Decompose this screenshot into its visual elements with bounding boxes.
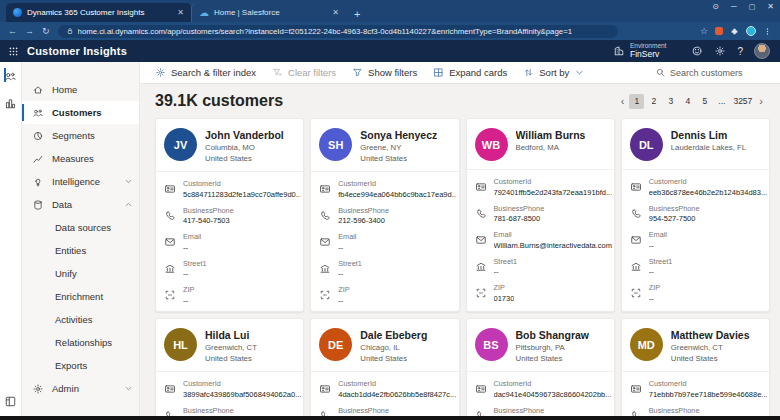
browser-url-row: ← → ↻ home.ci.ai.dynamics.com/app/custom… [0,22,780,40]
search-filter-index-button[interactable]: Search & filter index [155,67,256,78]
customer-card-sonya-henyecz[interactable]: SHSonya HenyeczGreene, NYUnited StatesCu… [310,118,459,312]
sidebar-item-label: Enrichment [55,291,133,302]
card-field-customerid: CustomerId5c884711283d2fe1a9cc70affe9d0.… [164,179,295,199]
extension-icon[interactable] [715,27,723,35]
address-bar[interactable]: home.ci.ai.dynamics.com/app/customers/se… [58,25,618,38]
field-label: BusinessPhone [494,406,545,415]
search-customers-box[interactable] [655,67,770,78]
minimize-button[interactable]: ─ [731,2,737,11]
close-window-button[interactable]: ✕ [767,2,774,11]
rail-engagement-insights-icon[interactable] [4,97,17,110]
avatar: SH [319,128,352,161]
page-5-button[interactable]: 5 [697,94,712,109]
maximize-button[interactable]: ▢ [749,3,756,11]
profile-dot-icon[interactable]: ⊙ [712,2,719,11]
sidebar-item-label: Intelligence [52,176,116,187]
avatar: JV [164,128,197,161]
salesforce-cloud-icon: ☁ [199,8,209,17]
screen-bottom-edge [0,416,780,420]
command-bar: Search & filter indexClear filtersShow f… [140,62,780,84]
sidebar-item-entities[interactable]: Entities [22,239,139,262]
clearfilter-icon [272,67,283,78]
customer-card-bob-shangraw[interactable]: BSBob ShangrawPittsburgh, PAUnited State… [466,318,615,420]
building-icon [630,261,642,273]
browser-tab-dynamics[interactable]: Dynamics 365 Customer Insights ✕ [6,3,191,22]
command-label: Clear filters [288,67,336,78]
waffle-icon[interactable] [8,46,19,57]
sidebar-item-label: Customers [52,107,133,118]
rail-audience-insights-icon[interactable] [4,70,17,83]
chevdown-icon[interactable] [632,312,644,313]
refresh-button[interactable]: ↻ [42,26,50,36]
browser-menu-icon[interactable] [763,27,772,36]
customer-card-dennis-lim[interactable]: DLDennis LimLauderdale Lakes, FLCustomer… [621,118,770,312]
customer-card-william-burns[interactable]: WBWilliam BurnsBedford, MACustomerId7924… [466,118,615,312]
page-3257-button[interactable]: 3257 [731,94,754,109]
card-header: MDMatthew DaviesGreenwich, CTUnited Stat… [630,328,761,363]
customer-card-hilda-lui[interactable]: HLHilda LuiGreenwich, CTUnited StatesCus… [155,318,304,420]
customer-card-matthew-davies[interactable]: MDMatthew DaviesGreenwich, CTUnited Stat… [621,318,770,420]
sidebar-item-exports[interactable]: Exports [22,354,139,377]
field-label: Email [494,230,612,239]
sidebar-item-intelligence[interactable]: Intelligence [22,170,139,193]
clear-filters-button: Clear filters [272,67,336,78]
expand-cards-button[interactable]: Expand cards [433,67,507,78]
prev-page-button[interactable]: ‹ [618,95,628,107]
page-3-button[interactable]: 3 [663,94,678,109]
main-area: Search & filter indexClear filtersShow f… [140,62,780,420]
field-label: CustomerId [183,179,301,188]
page-4-button[interactable]: 4 [680,94,695,109]
sidebar-item-unify[interactable]: Unify [22,262,139,285]
page-1-button[interactable]: 1 [629,94,644,109]
gear-icon [155,67,166,78]
card-header: WBWilliam BurnsBedford, MA [475,128,606,161]
sort-by-button[interactable]: Sort by [523,67,585,78]
field-value: -- [649,241,667,250]
card-field-customerid: CustomerId4dacb1dd4e2fb0626bb5e8f8427c..… [319,379,450,399]
field-label: CustomerId [649,177,767,186]
chevdown-icon [124,177,133,186]
sidebar-item-label: Data [52,199,116,210]
field-value: -- [338,269,362,278]
show-filters-button[interactable]: Show filters [352,67,417,78]
sort-icon [523,67,534,78]
sidebar-item-customers[interactable]: Customers [22,101,139,124]
chevdown-icon[interactable] [477,312,489,313]
sidebar-item-data[interactable]: Data [22,193,139,216]
back-button[interactable]: ← [8,26,17,36]
home-icon [32,84,44,96]
sidebar-item-relationships[interactable]: Relationships [22,331,139,354]
sidebar-item-enrichment[interactable]: Enrichment [22,285,139,308]
sidebar-item-segments[interactable]: Segments [22,124,139,147]
sidebar-item-activities[interactable]: Activities [22,308,139,331]
browser-tab-salesforce[interactable]: ☁ Home | Salesforce ✕ [191,3,346,22]
forward-button[interactable]: → [25,26,34,36]
settings-gear-icon[interactable] [714,45,726,57]
card-header: HLHilda LuiGreenwich, CTUnited States [164,328,295,363]
grid-icon [433,67,444,78]
data-icon [32,199,44,211]
sidebar-item-home[interactable]: Home [22,78,139,101]
puzzle-extensions-icon[interactable] [730,27,739,36]
sidebar-item-data-sources[interactable]: Data sources [22,216,139,239]
environment-picker[interactable]: Environment FinServ [613,43,667,59]
tab-close-icon[interactable]: ✕ [177,8,184,17]
sidebar-item-measures[interactable]: Measures [22,147,139,170]
customer-card-dale-ebeberg[interactable]: DEDale EbebergChicago, ILUnited StatesCu… [310,318,459,420]
feedback-smiley-icon[interactable] [691,45,703,57]
search-customers-input[interactable] [670,68,770,78]
bookmark-star-icon[interactable]: ☆ [700,26,708,36]
header-actions: Environment FinServ ? [613,43,770,59]
dynamics-extension-icon[interactable] [746,26,756,36]
next-page-button[interactable]: › [756,95,766,107]
new-tab-button[interactable]: + [354,8,360,22]
help-icon[interactable]: ? [737,46,743,57]
customer-card-john-vanderbol[interactable]: JVJohn VanderbolColumbia, MOUnited State… [155,118,304,312]
page-2-button[interactable]: 2 [646,94,661,109]
user-avatar[interactable] [754,43,770,59]
sidebar-item-label: Unify [55,268,133,279]
card-field-zip: ZIP-- [164,285,295,305]
sidebar-item-admin[interactable]: Admin [22,377,139,400]
tab-close-icon[interactable]: ✕ [332,8,339,17]
rail-collapse-icon[interactable] [4,394,17,412]
